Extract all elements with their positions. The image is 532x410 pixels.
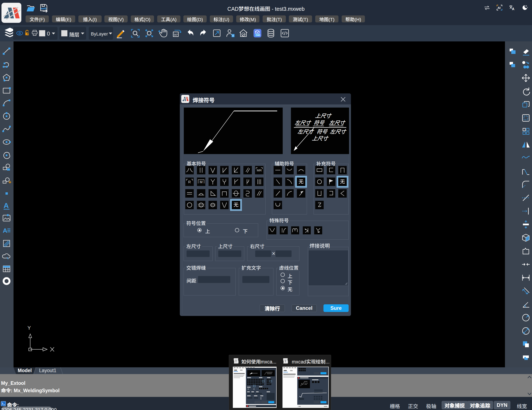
svg-text:左尺寸: 左尺寸: [329, 119, 346, 126]
svg-text:T: T: [284, 359, 286, 363]
svg-text:R: R: [188, 180, 191, 184]
svg-text:A: A: [512, 7, 514, 10]
svg-text:左尺寸: 左尺寸: [329, 127, 347, 135]
svg-text:MR: MR: [257, 168, 262, 172]
svg-text:符号: 符号: [313, 119, 325, 126]
svg-text:90°: 90°: [174, 33, 178, 36]
svg-text:上尺寸: 上尺寸: [315, 112, 332, 119]
svg-text:左尺寸: 左尺寸: [294, 119, 312, 126]
svg-text:无: 无: [233, 201, 238, 208]
svg-text:无: 无: [340, 178, 345, 185]
svg-text:A: A: [3, 227, 7, 234]
svg-text:Y: Y: [28, 325, 31, 331]
svg-text:无: 无: [299, 178, 304, 185]
svg-text:左尺寸: 左尺寸: [297, 127, 314, 135]
svg-text:M: M: [200, 180, 202, 184]
svg-text:A: A: [4, 201, 9, 210]
svg-text:符号: 符号: [316, 127, 328, 135]
svg-text:CAD: CAD: [256, 34, 260, 36]
svg-text:T: T: [235, 359, 237, 363]
svg-text:AI: AI: [498, 6, 501, 10]
svg-text:上尺寸: 上尺寸: [312, 134, 329, 142]
